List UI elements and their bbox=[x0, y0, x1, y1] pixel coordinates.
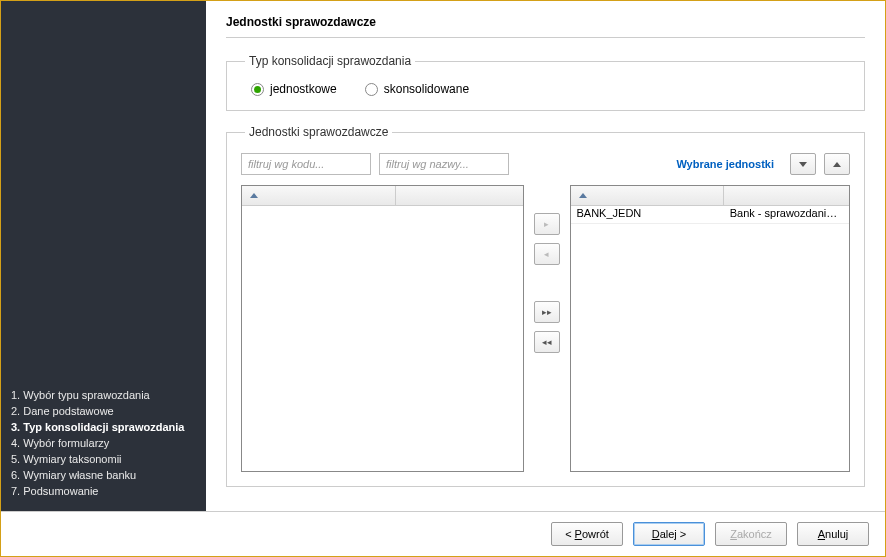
selected-list[interactable]: BANK_JEDN Bank - sprawozdania je... bbox=[570, 185, 851, 472]
page-title: Jednostki sprawozdawcze bbox=[226, 15, 865, 38]
step-item: 3. Typ konsolidacji sprawozdania bbox=[11, 419, 196, 435]
sort-asc-icon bbox=[579, 193, 587, 198]
move-buttons: ▸ ◂ ▸▸ ◂◂ bbox=[532, 185, 562, 472]
selected-header bbox=[571, 186, 850, 206]
selected-column: BANK_JEDN Bank - sprawozdania je... bbox=[570, 185, 851, 472]
wizard-window: 1. Wybór typu sprawozdania2. Dane podsta… bbox=[0, 0, 886, 557]
radio-label: jednostkowe bbox=[270, 82, 337, 96]
step-item: 4. Wybór formularzy bbox=[11, 435, 196, 451]
radio-skonsolidowane[interactable]: skonsolidowane bbox=[365, 82, 469, 96]
add-button[interactable]: ▸ bbox=[534, 213, 560, 235]
step-item: 1. Wybór typu sprawozdania bbox=[11, 387, 196, 403]
remove-all-button[interactable]: ◂◂ bbox=[534, 331, 560, 353]
back-button[interactable]: < Powrót bbox=[551, 522, 623, 546]
cancel-rest: nuluj bbox=[825, 528, 848, 540]
consolidation-radios: jednostkowe skonsolidowane bbox=[241, 82, 850, 96]
available-body bbox=[242, 206, 523, 471]
filter-row: Wybrane jednostki bbox=[241, 153, 850, 175]
cell-name: Bank - sprawozdania je... bbox=[724, 206, 849, 223]
content-area: 1. Wybór typu sprawozdania2. Dane podsta… bbox=[1, 1, 885, 511]
selected-units-label: Wybrane jednostki bbox=[676, 158, 774, 170]
radio-jednostkowe[interactable]: jednostkowe bbox=[251, 82, 337, 96]
remove-button[interactable]: ◂ bbox=[534, 243, 560, 265]
step-item: 6. Wymiary własne banku bbox=[11, 467, 196, 483]
main-panel: Jednostki sprawozdawcze Typ konsolidacji… bbox=[206, 1, 885, 511]
triangle-up-icon bbox=[833, 162, 841, 167]
group-units: Jednostki sprawozdawcze Wybrane jednostk… bbox=[226, 125, 865, 487]
step-item: 2. Dane podstawowe bbox=[11, 403, 196, 419]
move-down-button[interactable] bbox=[790, 153, 816, 175]
sidebar: 1. Wybór typu sprawozdania2. Dane podsta… bbox=[1, 1, 206, 511]
col-name[interactable] bbox=[396, 186, 522, 205]
available-list[interactable] bbox=[241, 185, 524, 472]
radio-label: skonsolidowane bbox=[384, 82, 469, 96]
cell-code: BANK_JEDN bbox=[571, 206, 724, 223]
col-name[interactable] bbox=[724, 186, 849, 205]
table-row[interactable]: BANK_JEDN Bank - sprawozdania je... bbox=[571, 206, 850, 224]
filter-name-input[interactable] bbox=[379, 153, 509, 175]
next-button[interactable]: Dalej > bbox=[633, 522, 705, 546]
filter-code-input[interactable] bbox=[241, 153, 371, 175]
footer: < Powrót Dalej > Zakończ Anuluj bbox=[1, 511, 885, 556]
group-units-legend: Jednostki sprawozdawcze bbox=[245, 125, 392, 139]
move-up-button[interactable] bbox=[824, 153, 850, 175]
radio-dot-icon bbox=[251, 83, 264, 96]
back-rest: owrót bbox=[582, 528, 609, 540]
col-code[interactable] bbox=[242, 186, 396, 205]
step-item: 5. Wymiary taksonomii bbox=[11, 451, 196, 467]
steps-list: 1. Wybór typu sprawozdania2. Dane podsta… bbox=[11, 387, 196, 499]
col-code[interactable] bbox=[571, 186, 724, 205]
step-item: 7. Podsumowanie bbox=[11, 483, 196, 499]
finish-rest: akończ bbox=[737, 528, 772, 540]
finish-button: Zakończ bbox=[715, 522, 787, 546]
dual-list: ▸ ◂ ▸▸ ◂◂ bbox=[241, 185, 850, 472]
triangle-down-icon bbox=[799, 162, 807, 167]
group-consolidation-legend: Typ konsolidacji sprawozdania bbox=[245, 54, 415, 68]
radio-dot-icon bbox=[365, 83, 378, 96]
sort-asc-icon bbox=[250, 193, 258, 198]
next-rest: alej > bbox=[660, 528, 687, 540]
available-header bbox=[242, 186, 523, 206]
selected-body: BANK_JEDN Bank - sprawozdania je... bbox=[571, 206, 850, 471]
cancel-button[interactable]: Anuluj bbox=[797, 522, 869, 546]
add-all-button[interactable]: ▸▸ bbox=[534, 301, 560, 323]
group-consolidation: Typ konsolidacji sprawozdania jednostkow… bbox=[226, 54, 865, 111]
